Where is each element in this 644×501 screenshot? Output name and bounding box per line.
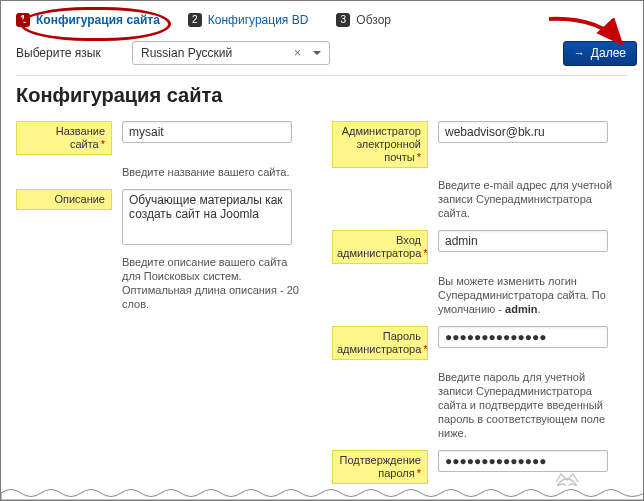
next-button[interactable]: → Далее <box>563 41 637 66</box>
admin-login-input[interactable] <box>438 230 608 252</box>
step-1[interactable]: 1 Конфигурация сайта <box>16 13 160 27</box>
divider <box>16 75 628 76</box>
language-label: Выберите язык <box>16 46 116 60</box>
step-2-badge: 2 <box>188 13 202 27</box>
admin-password2-label: Подтверждение пароля* <box>332 450 428 484</box>
step-3[interactable]: 3 Обзор <box>336 13 391 27</box>
admin-password-help: Введите пароль для учетной записи Супера… <box>438 370 618 440</box>
step-2-label: Конфигурация BD <box>208 13 309 27</box>
admin-password2-input[interactable] <box>438 450 608 472</box>
step-3-badge: 3 <box>336 13 350 27</box>
wizard-steps: 1 Конфигурация сайта 2 Конфигурация BD 3… <box>16 13 628 27</box>
site-name-help: Введите название вашего сайта. <box>122 165 302 179</box>
site-name-input[interactable] <box>122 121 292 143</box>
admin-login-label: Вход администратора* <box>332 230 428 264</box>
admin-password-label: Пароль администратора* <box>332 326 428 360</box>
torn-edge <box>1 486 643 500</box>
language-value: Russian Русский <box>141 46 232 60</box>
description-help: Введите описание вашего сайта для Поиско… <box>122 255 302 311</box>
description-label: Описание <box>16 189 112 210</box>
description-input[interactable] <box>122 189 292 245</box>
admin-email-label: Администратор электронной почты* <box>332 121 428 168</box>
clear-icon[interactable]: × <box>294 46 301 60</box>
next-button-label: Далее <box>591 46 626 60</box>
site-name-label: Название сайта* <box>16 121 112 155</box>
step-2[interactable]: 2 Конфигурация BD <box>188 13 309 27</box>
admin-login-help: Вы можете изменить логин Суперадминистра… <box>438 274 618 316</box>
admin-password-input[interactable] <box>438 326 608 348</box>
page-title: Конфигурация сайта <box>16 84 628 107</box>
admin-email-input[interactable] <box>438 121 608 143</box>
arrow-right-icon: → <box>574 47 585 59</box>
step-1-badge: 1 <box>16 13 30 27</box>
admin-email-help: Введите e-mail адрес для учетной записи … <box>438 178 618 220</box>
step-3-label: Обзор <box>356 13 391 27</box>
language-select[interactable]: Russian Русский × <box>132 41 330 65</box>
chevron-down-icon <box>313 51 321 59</box>
step-1-label: Конфигурация сайта <box>36 13 160 27</box>
